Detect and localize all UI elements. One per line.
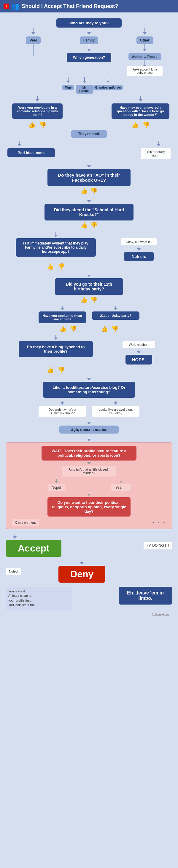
calimari-col: Depends...what's a "Calimari-Thon"? xyxy=(38,401,86,417)
xo-thumb-up: 👍 xyxy=(80,187,88,194)
nope2-line xyxy=(53,479,59,484)
parents-line xyxy=(76,78,93,85)
right-space-farm xyxy=(106,263,172,270)
yeah-col: Yeah... xyxy=(111,479,130,491)
bear-line xyxy=(130,96,151,103)
hear-opinion-line xyxy=(86,492,92,497)
svg-marker-3 xyxy=(87,32,91,35)
school-line xyxy=(86,198,92,204)
b11-box: Did you go to their 11th birthday party? xyxy=(55,278,123,295)
blog-line xyxy=(53,335,59,341)
peer-connector xyxy=(19,28,48,36)
parents-box: My parents' xyxy=(76,85,93,94)
page-header: 1 👥 Should I Accept That Friend Request? xyxy=(0,0,178,12)
farmville-thumbs-row: 👍 👎 xyxy=(6,263,172,270)
interesting-line xyxy=(86,376,92,382)
well-maybe-box: Well, maybe-- xyxy=(122,341,155,348)
romantic-col: Were you previously in a romantic relati… xyxy=(6,96,69,119)
carry-dots-row: Carry on then. • • • xyxy=(9,519,169,526)
parents-col: My parents' xyxy=(76,78,93,94)
b21-thumbs: 👍 👎 xyxy=(101,325,119,332)
thumb-down-icon-2: 👎 xyxy=(142,121,150,128)
svg-marker-10 xyxy=(143,49,147,51)
credit-label: CollegeHumor xyxy=(152,613,172,616)
authority-side: Authority Figure Fake account for a baby… xyxy=(117,44,172,76)
farmville-section: Is it immediately evident that they play… xyxy=(6,232,172,261)
family-down-line xyxy=(76,44,102,53)
romantic-bear-row: Were you previously in a romantic relati… xyxy=(6,96,172,119)
family-branch: Family xyxy=(61,28,117,44)
branch-row: Peer Family xyxy=(6,28,172,44)
xo-thumb-down: 👎 xyxy=(90,187,98,194)
svg-marker-66 xyxy=(80,562,84,564)
spoken-col: Have you spoken to them since then? xyxy=(38,306,86,323)
peer-branch: Peer xyxy=(6,28,61,44)
bad-idea-box: Bad idea, man. xyxy=(7,148,55,157)
thumb-down-icon: 👎 xyxy=(39,121,47,128)
spoken-b21-row: Have you spoken to them since then? 21st… xyxy=(6,306,172,323)
cal-line xyxy=(59,401,65,406)
travel-col: Looks like a travel blog. It's...okay. xyxy=(92,401,140,417)
svg-marker-22 xyxy=(139,99,142,102)
closed-minded-line xyxy=(86,461,92,466)
birthday11-section: Did you go to their 11th birthday party?… xyxy=(6,272,172,304)
svg-marker-14 xyxy=(66,81,70,83)
blog-thumb-down: 👎 xyxy=(58,366,65,373)
svg-marker-54 xyxy=(87,439,91,441)
svg-marker-60 xyxy=(119,481,123,483)
page-wrapper: 1 👥 Should I Accept That Friend Request?… xyxy=(0,0,178,626)
svg-marker-42 xyxy=(54,338,58,340)
svg-marker-24 xyxy=(18,144,21,146)
nope-col: Well, maybe-- NOPE. xyxy=(106,335,172,365)
accept-button[interactable]: Accept xyxy=(6,540,61,557)
family-connector xyxy=(74,28,104,36)
bear-thumbs: 👍 👎 xyxy=(109,121,172,128)
blog-thumbs-row: 👍 👎 xyxy=(6,366,172,373)
gen-row: Mine My parents' xyxy=(61,78,117,94)
limbo-col: Eh...leave 'em in limbo. xyxy=(89,587,172,604)
nope-line xyxy=(136,349,142,355)
deny-button[interactable]: Deny xyxy=(58,566,105,583)
blog-thumbs: 👍 👎 xyxy=(6,366,106,373)
mine-col: Mine xyxy=(61,78,76,90)
deny-row: Noted. Deny xyxy=(6,560,172,583)
svg-marker-62 xyxy=(87,494,91,496)
deny-line xyxy=(73,560,91,566)
ugh-section: Ugh, doesn't matter. xyxy=(6,420,172,434)
blog-thumb-up: 👍 xyxy=(47,366,54,373)
other-connector xyxy=(130,28,159,36)
family-center: Which generation? xyxy=(61,44,117,76)
blog-right-space xyxy=(106,366,172,373)
pink-inner: WAIT! Does their profile picture feature… xyxy=(9,446,169,526)
svg-marker-56 xyxy=(87,462,91,465)
school-thumb-down: 👎 xyxy=(90,222,98,229)
svg-marker-46 xyxy=(87,378,91,380)
b21-box: 21st birthday party? xyxy=(92,311,140,320)
cool-box: They're cool. xyxy=(71,130,107,138)
person-icon: 👥 xyxy=(11,2,19,10)
peer-label: Peer xyxy=(26,36,41,44)
svg-marker-50 xyxy=(114,402,117,405)
accept-col: Accept xyxy=(6,534,61,557)
nope-yeah-row: Nope! Yeah... xyxy=(48,479,130,491)
family-label: Family xyxy=(80,36,98,44)
fake-account-box: Fake account for a baby or dog xyxy=(127,66,162,76)
spoken-thumbs: 👍 👎 xyxy=(59,325,77,332)
chart-wrapper: Who are they to you? Peer xyxy=(6,16,172,623)
bear-col: Have they ever answered a question with … xyxy=(109,96,172,119)
peer-down-line xyxy=(20,44,47,56)
start-box: Who are they to you? xyxy=(56,19,122,28)
farmville-line xyxy=(53,232,59,238)
closed-minded-box: Um, isn't that a little closed-minded? xyxy=(62,466,116,476)
thumbs-row-1: 👍 👎 👍 👎 xyxy=(6,121,172,128)
notification-badge: 1 xyxy=(4,4,9,9)
svg-marker-58 xyxy=(55,481,58,483)
doing-it-box: I'M DOING IT! xyxy=(144,542,172,550)
mid-gap xyxy=(69,121,109,128)
svg-marker-48 xyxy=(61,402,64,405)
svg-marker-44 xyxy=(137,351,141,353)
travel-line xyxy=(113,401,119,406)
b11-thumb-up: 👍 xyxy=(80,296,88,303)
farm-thumb-down: 👎 xyxy=(58,263,65,270)
svg-marker-16 xyxy=(83,81,86,83)
